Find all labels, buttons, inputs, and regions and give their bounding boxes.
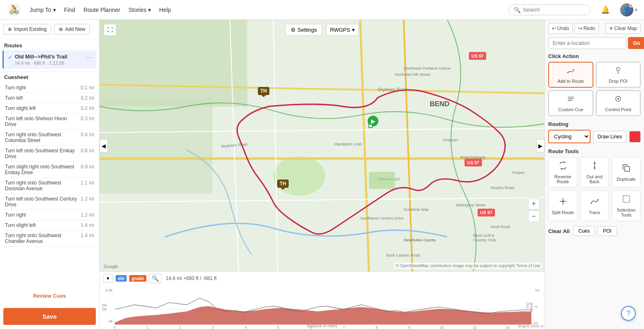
svg-text:US 97: US 97 — [467, 160, 479, 165]
global-search[interactable]: 🔍 — [508, 5, 591, 15]
redo-button[interactable]: ↪ Redo — [575, 23, 599, 34]
undo-icon: ↩ — [552, 26, 556, 31]
map-container[interactable]: BEND Skyliners Road Macalpine Loop Bond … — [100, 20, 544, 271]
collapse-sidebar-button[interactable]: ◀ — [100, 139, 108, 152]
avatar-chevron: ▾ — [635, 7, 637, 13]
notification-bell[interactable]: 🔔 — [599, 3, 612, 16]
redo-icon: ↪ — [578, 26, 582, 31]
svg-text:8: 8 — [375, 325, 378, 329]
svg-text:10: 10 — [440, 325, 444, 329]
svg-text:Fergus: Fergus — [512, 170, 525, 175]
out-and-back-button[interactable]: Out and Back — [580, 157, 609, 188]
svg-text:Buck Canyon Road: Buck Canyon Road — [386, 253, 420, 257]
go-button[interactable]: Go — [628, 37, 644, 49]
svg-text:BEND: BEND — [430, 100, 449, 108]
svg-text:US 97: US 97 — [472, 54, 484, 58]
elevation-chart[interactable]: 4.5k 4k 10 0 -10 0 1 2 3 — [100, 285, 544, 329]
route-end-marker — [368, 124, 373, 128]
svg-point-61 — [616, 68, 620, 71]
map-style-selector[interactable]: RWGPS ▾ — [327, 24, 359, 36]
svg-text:Deschutes County: Deschutes County — [404, 238, 436, 242]
route-tools-grid: Reverse Route Out and Back Duplicate Spl… — [548, 157, 641, 221]
map-background: BEND Skyliners Road Macalpine Loop Bond … — [100, 20, 544, 271]
list-item: Turn left onto Southwest Emkay Drive 0.8… — [3, 146, 96, 162]
drop-poi-button[interactable]: Drop POI — [596, 62, 641, 88]
selection-tools-icon — [621, 194, 631, 206]
split-route-button[interactable]: Split Route — [548, 190, 577, 221]
duplicate-button[interactable]: Duplicate — [612, 157, 641, 188]
svg-text:0: 0 — [535, 304, 537, 309]
selection-tools-button[interactable]: Selection Tools — [612, 190, 641, 221]
svg-text:🚴: 🚴 — [9, 5, 19, 14]
svg-marker-60 — [572, 69, 575, 70]
elevation-stats: 14.6 mi +680 ft / -681 ft — [166, 275, 217, 281]
undo-button[interactable]: ↩ Undo — [548, 23, 573, 34]
search-icon: 🔍 — [514, 7, 521, 13]
svg-rect-72 — [625, 166, 630, 171]
map-toolbar: ⚙ Settings RWGPS ▾ — [285, 24, 359, 36]
svg-rect-78 — [623, 196, 630, 202]
add-new-button[interactable]: ⊕ Add New — [54, 24, 90, 35]
svg-text:4k: 4k — [109, 319, 113, 323]
custom-cue-button[interactable]: Custom Cue — [548, 90, 593, 116]
svg-rect-3 — [100, 20, 247, 106]
add-icon: ⊕ — [59, 26, 63, 32]
help-fab-button[interactable]: ? — [621, 306, 636, 321]
svg-text:14: 14 — [505, 325, 510, 329]
svg-text:Northeast 6th Street: Northeast 6th Street — [395, 72, 430, 77]
trailhead-marker-2[interactable]: TH — [277, 180, 289, 188]
map-settings-button[interactable]: ⚙ Settings — [285, 24, 322, 36]
search-input[interactable] — [523, 7, 581, 13]
svg-text:7: 7 — [343, 325, 345, 329]
route-check-icon: ✓ — [8, 54, 12, 61]
control-point-button[interactable]: Control Point — [596, 90, 641, 116]
google-label: Google — [104, 264, 118, 269]
reverse-route-button[interactable]: Reverse Route — [548, 157, 577, 188]
nav-find[interactable]: Find — [64, 7, 75, 13]
svg-text:12: 12 — [473, 325, 477, 329]
save-button[interactable]: Save — [3, 308, 96, 325]
app-logo[interactable]: 🚴 — [7, 2, 21, 17]
zoom-out-button[interactable]: − — [528, 210, 540, 222]
fullscreen-button[interactable]: ⛶ — [104, 24, 116, 36]
svg-text:Bend Golf &: Bend Golf & — [473, 233, 495, 238]
location-row: Go — [548, 37, 641, 49]
expand-right-panel-button[interactable]: ▶ — [536, 139, 544, 152]
online-dot — [629, 3, 633, 7]
duplicate-icon — [621, 163, 631, 175]
top-navigation: 🚴 Jump To ▾ Find Route Planner Stories ▾… — [0, 0, 644, 20]
right-panel: ↩ Undo ↪ Redo ✕ Clear Map Go Click Actio… — [544, 20, 644, 329]
clear-poi-button[interactable]: POI — [598, 226, 617, 236]
elevation-zoom-button[interactable]: 🔍 — [149, 273, 162, 283]
nav-jump-to[interactable]: Jump To ▾ — [30, 7, 56, 13]
trace-button[interactable]: Trace — [580, 190, 609, 221]
clear-map-button[interactable]: ✕ Clear Map — [605, 23, 641, 34]
bell-icon: 🔔 — [601, 5, 610, 14]
svg-text:Skyliners Road: Skyliners Road — [378, 87, 407, 92]
clear-cues-button[interactable]: Cues — [573, 226, 595, 236]
add-to-route-button[interactable]: Add to Route — [548, 62, 593, 88]
nav-help[interactable]: Help — [159, 7, 171, 13]
user-avatar[interactable]: 👤 ▾ — [620, 3, 637, 16]
trailhead-marker-1[interactable]: TH — [258, 87, 269, 95]
import-existing-button[interactable]: ⊕ Import Existing — [3, 24, 51, 35]
ele-badge[interactable]: ele — [116, 275, 127, 282]
nav-stories[interactable]: Stories ▾ — [128, 7, 151, 13]
route-menu-icon[interactable]: ⋯ — [86, 54, 93, 61]
svg-marker-68 — [561, 168, 562, 170]
route-color-swatch[interactable] — [629, 131, 641, 142]
location-input[interactable] — [548, 37, 626, 49]
elevation-down-button[interactable]: ▼ — [103, 274, 113, 282]
svg-marker-70 — [593, 162, 596, 163]
svg-marker-67 — [564, 161, 565, 163]
zoom-in-button[interactable]: + — [528, 198, 540, 210]
svg-text:1: 1 — [146, 325, 148, 329]
review-cues-button[interactable]: Review Cues — [3, 289, 96, 302]
routing-select[interactable]: Cycling Walking Driving — [548, 130, 591, 143]
jump-to-chevron: ▾ — [53, 7, 56, 13]
grade-badge[interactable]: grade — [129, 275, 146, 282]
route-item[interactable]: ✓ Old Mill-->Phil's Trail 14.6 mi 680 ft… — [2, 50, 97, 69]
nav-route-planner[interactable]: Route Planner — [83, 7, 120, 13]
draw-lines-button[interactable]: Draw Lines — [593, 131, 627, 142]
stories-chevron: ▾ — [148, 7, 151, 13]
